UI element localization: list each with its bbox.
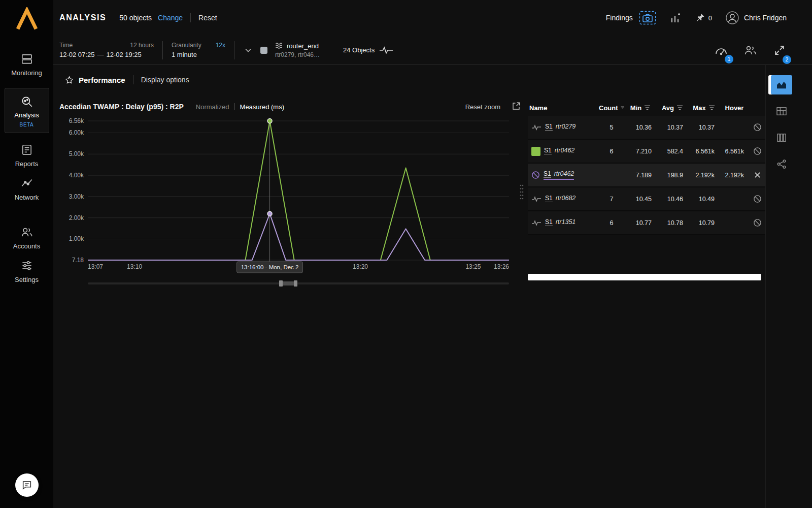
svg-text:13:16:00 - Mon, Dec 2: 13:16:00 - Mon, Dec 2: [241, 264, 299, 270]
svg-text:6.56k: 6.56k: [69, 117, 84, 124]
table-row[interactable]: S1rtr0462 6 7.210 582.4 6.561k 6.561k: [528, 140, 765, 164]
time-range-control[interactable]: Time 12 hours 12-02 07:25—12-02 19:25: [59, 42, 154, 58]
granularity-control[interactable]: Granularity 12x 1 minute: [172, 42, 225, 58]
brush-track[interactable]: [88, 282, 509, 284]
table-row[interactable]: S1rtr0682 7 10.45 10.46 10.49: [528, 187, 765, 211]
series-prefix[interactable]: S1: [545, 195, 553, 202]
app-logo-icon[interactable]: [14, 7, 40, 32]
rail-columns-view[interactable]: [771, 128, 792, 147]
sidebar-item-accounts[interactable]: Accounts: [3, 226, 51, 250]
device-subtitle: rtr0279, rtr046…: [275, 51, 320, 58]
object-name[interactable]: rtr1351: [556, 218, 576, 226]
sidebar-item-label: Settings: [15, 276, 39, 283]
settings-icon: [20, 259, 33, 272]
series-prefix[interactable]: S1: [545, 218, 553, 226]
table-row[interactable]: S1rtr0279 5 10.36 10.37 10.37: [528, 116, 765, 140]
findings-camera-icon[interactable]: [639, 11, 656, 25]
hide-series-button[interactable]: [749, 123, 765, 132]
sidebar-item-analysis[interactable]: Analysis BETA: [5, 88, 49, 133]
tab-performance[interactable]: Performance: [79, 76, 125, 84]
time-end: 12-02 19:25: [106, 51, 141, 58]
sidebar-item-reports[interactable]: Reports: [3, 143, 51, 168]
object-name[interactable]: rtr0462: [555, 147, 575, 154]
panel-drag-handle[interactable]: [520, 184, 524, 202]
query-toolbar: Time 12 hours 12-02 07:25—12-02 19:25 Gr…: [53, 36, 812, 65]
color-swatch[interactable]: [260, 47, 267, 54]
metrics-compare-icon[interactable]: [669, 12, 682, 24]
reports-icon: [20, 143, 33, 156]
max-value: 10.79: [688, 219, 720, 227]
svg-text:6.00k: 6.00k: [69, 129, 84, 136]
device-selector[interactable]: router_end rtr0279, rtr046…: [275, 42, 320, 58]
sparkline-icon: [531, 124, 542, 131]
router-waves-icon: [275, 42, 283, 50]
sidebar-item-settings[interactable]: Settings: [3, 259, 51, 283]
display-options-button[interactable]: Display options: [141, 76, 189, 84]
sidebar-item-label: Reports: [15, 160, 39, 168]
view-badge: 2: [783, 55, 791, 64]
mode-normalized[interactable]: Normalized: [196, 103, 229, 111]
svg-text:2.00k: 2.00k: [69, 214, 84, 221]
sparkline-icon: [531, 196, 542, 203]
expand-chart-icon[interactable]: [512, 102, 521, 112]
object-name[interactable]: rtr0462: [554, 170, 574, 177]
series-prefix[interactable]: S1: [544, 170, 551, 178]
sidebar-item-label: Analysis: [14, 111, 39, 119]
time-start: 12-02 07:25: [59, 51, 94, 58]
column-min[interactable]: Min: [624, 104, 657, 112]
mode-measured[interactable]: Measured (ms): [240, 103, 284, 111]
brush-thumb[interactable]: [281, 281, 296, 285]
max-value: 10.49: [688, 196, 720, 203]
delay-chart[interactable]: 6.56k6.00k5.00k4.00k3.00k2.00k1.00k7.181…: [59, 116, 520, 276]
sort-icon: [708, 105, 715, 111]
series-prefix[interactable]: S1: [545, 123, 553, 131]
count-value: 6: [599, 219, 624, 227]
horizontal-scrollbar[interactable]: [528, 274, 761, 280]
column-avg[interactable]: Avg: [657, 104, 688, 112]
columns-icon: [776, 133, 787, 142]
remove-hover-button[interactable]: [749, 172, 765, 178]
hover-value: 2.192k: [720, 172, 749, 179]
granularity-label: Granularity: [172, 42, 201, 49]
star-icon[interactable]: [64, 75, 74, 85]
objects-button[interactable]: 24 Objects: [343, 46, 393, 55]
brush-handle-right[interactable]: [294, 280, 297, 287]
column-count[interactable]: Count: [599, 104, 624, 112]
table-row[interactable]: S1rtr1351 6 10.77 10.78 10.79: [528, 211, 765, 235]
object-name[interactable]: rtr0682: [556, 195, 576, 202]
column-name[interactable]: Name: [528, 104, 599, 112]
reset-link[interactable]: Reset: [198, 14, 217, 22]
column-max[interactable]: Max: [688, 104, 720, 112]
table-header: Name Count Min Avg Max Hover: [528, 100, 765, 116]
granularity-multiplier: 12x: [216, 42, 225, 49]
sidebar-item-label: Monitoring: [11, 69, 42, 77]
change-link[interactable]: Change: [158, 14, 183, 22]
chart-brush[interactable]: [88, 280, 509, 287]
expand-view-icon[interactable]: 2: [773, 44, 786, 56]
user-menu[interactable]: Chris Fridgen: [725, 11, 787, 25]
group-icon[interactable]: [744, 45, 757, 55]
table-row[interactable]: S1rtr0462 7.189 198.9 2.192k 2.192k: [528, 164, 765, 187]
time-separator: —: [97, 51, 104, 58]
object-name[interactable]: rtr0279: [556, 123, 576, 130]
pinned-items-button[interactable]: 0: [695, 13, 712, 23]
reset-zoom-button[interactable]: Reset zoom: [465, 103, 500, 111]
help-chat-button[interactable]: [15, 473, 39, 497]
hide-series-button[interactable]: [749, 147, 765, 155]
sidebar: Monitoring Analysis BETA Reports Network…: [0, 0, 53, 508]
sparkline-icon: [531, 219, 542, 227]
rail-table-view[interactable]: [771, 102, 792, 121]
gauge-icon[interactable]: 1: [715, 45, 728, 56]
rail-topology-view[interactable]: [771, 154, 792, 174]
series-prefix[interactable]: S1: [544, 147, 552, 154]
column-hover: Hover: [720, 104, 749, 112]
avg-value: 198.9: [657, 172, 688, 179]
sidebar-item-network[interactable]: Network: [3, 177, 51, 201]
rail-chart-view[interactable]: [771, 75, 792, 94]
findings-label: Findings: [606, 14, 633, 22]
brush-handle-left[interactable]: [279, 280, 283, 287]
hide-series-button[interactable]: [749, 195, 765, 203]
hide-series-button[interactable]: [749, 218, 765, 227]
chevron-down-icon[interactable]: [243, 45, 253, 55]
sidebar-item-monitoring[interactable]: Monitoring: [3, 52, 51, 77]
